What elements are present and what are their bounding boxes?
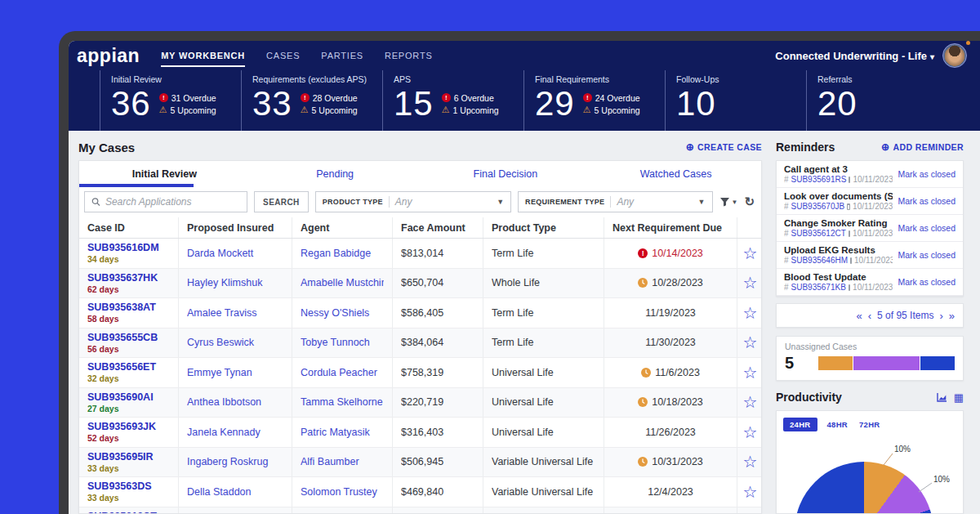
agent-link[interactable]: Cordula Peacher [301,367,384,378]
kpi-card[interactable]: Referrals 20 ! ⚠ [806,70,947,131]
tab[interactable]: Final Decision [421,161,591,187]
prev-page-button[interactable]: ‹ [868,310,871,322]
watch-star-icon[interactable]: ☆ [743,334,758,351]
time-range-button[interactable]: 24HR [783,418,817,431]
time-range-button[interactable]: 72HR [858,418,882,431]
reminder-item: Call agent at 3 # SUB935691RS 10/11/2023… [777,161,963,188]
proposed-insured-link[interactable]: Emmye Tynan [187,367,283,378]
case-id-link[interactable]: SUB935656ET [87,361,170,373]
table-view-icon[interactable]: ▦ [954,392,964,403]
reminder-case-link[interactable]: SUB935670JB [791,202,845,211]
agent-link[interactable]: Amabelle Mustchin [301,277,384,288]
search-input[interactable] [105,196,240,208]
proposed-insured-link[interactable]: Ingaberg Roskrug [187,456,283,467]
nav-item[interactable]: PARTIES [321,41,363,70]
unassigned-stacked-bar [818,356,955,370]
kpi-card[interactable]: APS 15 ! 6 Overdue ⚠ 1 Upcoming [382,70,523,131]
last-page-button[interactable]: » [949,310,955,322]
case-id-link[interactable]: SUB935693JK [87,421,170,432]
proposed-insured-link[interactable]: Darda Mockett [187,248,283,259]
nav-item[interactable]: REPORTS [385,41,433,70]
kpi-card[interactable]: Initial Review 36 ! 31 Overdue ⚠ 5 Upcom… [100,70,241,131]
chart-view-icon[interactable] [937,392,947,402]
calendar-icon [849,284,850,291]
tab[interactable]: Pending [250,161,421,187]
watch-star-icon[interactable]: ☆ [743,275,758,291]
nav-item[interactable]: CASES [266,41,300,70]
next-requirement-due: ! 11/6/2023 [604,358,737,387]
refresh-button[interactable]: ↻ [744,194,755,209]
watch-star-icon[interactable]: ☆ [743,394,758,410]
product-type-dropdown[interactable]: PRODUCT TYPE Any ▼ [315,191,511,212]
case-id-link[interactable]: SUB935655CB [87,332,170,343]
reminder-date: 10/11/2023 [853,283,893,292]
col-header[interactable]: Proposed Insured [179,217,292,238]
agent-link[interactable]: Solomon Trustey [301,486,384,498]
kpi-card[interactable]: Final Requirements 29 ! 24 Overdue ⚠ 5 U… [523,70,665,131]
time-range-button[interactable]: 48HR [826,418,850,431]
overdue-icon: ! [442,93,451,102]
proposed-insured-link[interactable]: Della Staddon [187,486,283,498]
reminder-case-link[interactable]: SUB935646HM [791,256,848,265]
mark-as-closed-link[interactable]: Mark as closed [898,169,956,179]
mark-as-closed-link[interactable]: Mark as closed [898,223,956,233]
watch-star-icon[interactable]: ☆ [743,305,758,321]
table-row: SUB935655CB 56 days Cyrus Beswick Tobye … [79,329,761,359]
proposed-insured-link[interactable]: Janela Kennady [187,427,283,438]
case-id-link[interactable]: SUB935638AT [87,302,170,313]
add-reminder-button[interactable]: ⊕ ADD REMINDER [881,142,964,152]
case-id-link[interactable]: SUB935690AI [87,391,170,403]
kpi-label: Requirements (excludes APS) [252,74,382,84]
search-button[interactable]: SEARCH [254,191,309,212]
agent-link[interactable]: Tobye Tunnoch [301,337,384,348]
page-indicator: 5 of 95 Items [877,310,933,321]
col-header[interactable]: Next Requirement Due [604,217,737,238]
case-id-link[interactable]: SUB935616DM [87,242,170,253]
app-switcher[interactable]: Connected Underwriting - Life▾ [775,50,934,62]
col-header[interactable]: Agent [292,217,393,238]
calendar-icon [849,230,850,237]
reminder-case-link[interactable]: SUB935612CT [791,229,846,238]
agent-link[interactable]: Alfi Baumber [301,456,384,467]
col-header[interactable]: Product Type [483,217,604,238]
kpi-card[interactable]: Requirements (excludes APS) 33 ! 28 Over… [241,70,382,131]
agent-link[interactable]: Patric Matyasik [301,427,384,438]
mark-as-closed-link[interactable]: Mark as closed [898,250,956,260]
case-id-link[interactable]: SUB935637HK [87,272,170,284]
search-box[interactable] [84,191,247,212]
nav-item[interactable]: MY WORKBENCH [161,41,245,70]
proposed-insured-link[interactable]: Anthea Ibbotson [187,396,283,408]
agent-link[interactable]: Nessy O'Shiels [301,307,384,319]
watch-star-icon[interactable]: ☆ [743,245,758,261]
create-case-button[interactable]: ⊕ CREATE CASE [686,142,762,152]
reminder-case-link[interactable]: SUB935691RS [791,175,847,184]
mark-as-closed-link[interactable]: Mark as closed [898,196,956,206]
filter-button[interactable]: ▼ [719,197,738,207]
next-requirement-due: ! 11/19/2023 [604,298,737,328]
requirement-type-dropdown[interactable]: REQUIREMENT TYPE Any ▼ [518,191,712,212]
first-page-button[interactable]: « [856,310,862,322]
case-id-link[interactable]: SUB93563DS [87,480,170,492]
agent-link[interactable]: Regan Babidge [301,248,384,259]
app-window-frame: appian MY WORKBENCH CASES PARTIES REPORT… [59,31,980,514]
kpi-card[interactable]: Follow-Ups 10 ! ⚠ [665,70,806,131]
proposed-insured-link[interactable]: Hayley Klimshuk [187,277,283,288]
col-header[interactable]: Case ID [79,217,179,238]
next-page-button[interactable]: › [939,310,942,322]
watch-star-icon[interactable]: ☆ [743,484,758,500]
case-id-link[interactable]: SUB935612CT [87,511,170,513]
proposed-insured-link[interactable]: Amalee Traviss [187,307,283,319]
watch-star-icon[interactable]: ☆ [743,424,758,440]
col-header[interactable]: Face Amount [393,217,483,238]
kpi-label: Referrals [817,74,947,84]
agent-link[interactable]: Tamma Skelhorne [301,396,384,408]
tab[interactable]: Watched Cases [590,161,761,187]
avatar[interactable] [942,43,967,68]
nav-menu: MY WORKBENCH CASES PARTIES REPORTS [161,41,432,70]
watch-star-icon[interactable]: ☆ [743,364,758,381]
watch-star-icon[interactable]: ☆ [743,454,758,470]
proposed-insured-link[interactable]: Cyrus Beswick [187,337,283,348]
reminder-case-link[interactable]: SUB935671KB [791,283,846,292]
case-id-link[interactable]: SUB935695IR [87,451,170,463]
mark-as-closed-link[interactable]: Mark as closed [898,277,956,287]
